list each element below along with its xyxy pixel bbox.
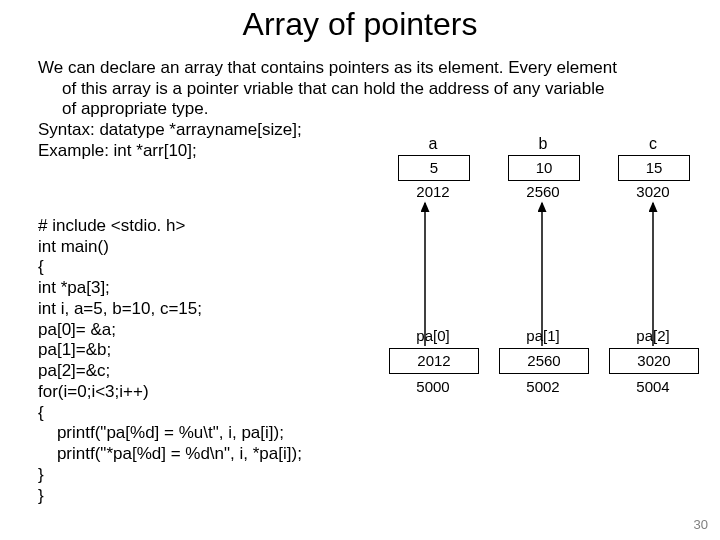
slide-title: Array of pointers	[0, 0, 720, 43]
pa-address: 5004	[608, 378, 698, 395]
var-value-box: 10	[508, 155, 580, 181]
pa-label: pa[0]	[388, 327, 478, 344]
code-block: # include <stdio. h> int main() { int *p…	[38, 216, 398, 506]
var-address: 2012	[388, 183, 478, 200]
pa-address: 5000	[388, 378, 478, 395]
var-address: 3020	[608, 183, 698, 200]
var-label: c	[608, 135, 698, 153]
para-line: of appropriate type.	[38, 99, 683, 120]
pa-value-box: 2012	[389, 348, 479, 374]
var-label: b	[498, 135, 588, 153]
pa-address: 5002	[498, 378, 588, 395]
pa-label: pa[1]	[498, 327, 588, 344]
para-line: of this array is a pointer vriable that …	[38, 79, 683, 100]
pa-value-box: 2560	[499, 348, 589, 374]
pointer-diagram: a 5 2012 pa[0] 2012 5000 b 10 2560 pa[1]…	[380, 135, 710, 435]
slide: Array of pointers We can declare an arra…	[0, 0, 720, 540]
var-address: 2560	[498, 183, 588, 200]
page-number: 30	[694, 517, 708, 532]
var-value-box: 5	[398, 155, 470, 181]
para-line: We can declare an array that contains po…	[38, 58, 683, 79]
var-label: a	[388, 135, 478, 153]
var-value-box: 15	[618, 155, 690, 181]
pa-value-box: 3020	[609, 348, 699, 374]
pa-label: pa[2]	[608, 327, 698, 344]
